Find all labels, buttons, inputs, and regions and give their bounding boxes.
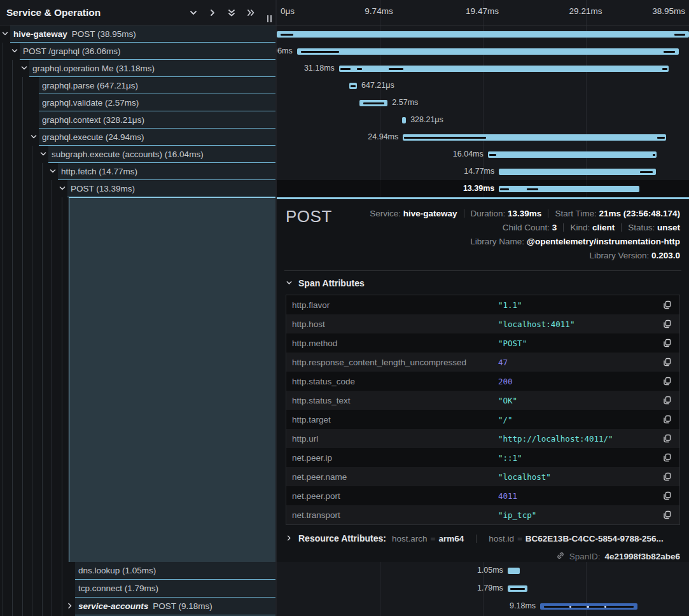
copy-icon[interactable]: [655, 415, 679, 424]
span-row-graphql-validate[interactable]: graphql.validate (2.57ms) 2.57ms: [0, 94, 689, 111]
meta-value: 3: [552, 223, 557, 232]
span-row-graphql-parse[interactable]: graphql.parse (647.21μs) 647.21μs: [0, 77, 689, 94]
meta-value: unset: [657, 223, 680, 232]
duration-label: 31.18ms: [304, 64, 335, 73]
chevron-down-icon[interactable]: [39, 150, 47, 158]
attr-value: 200: [498, 377, 513, 386]
attr-row: net.peer.name"localhost": [286, 467, 679, 486]
span-row-graphql-execute[interactable]: graphql.execute (24.94ms) 24.94ms: [0, 129, 689, 146]
collapse-all-icon[interactable]: [227, 8, 236, 17]
span-row-http-fetch[interactable]: http.fetch (14.77ms) 14.77ms: [0, 163, 689, 180]
span-bar[interactable]: 328.21μs: [402, 117, 406, 123]
resource-value: BC62E13B-C4CC-5854-9788-256...: [525, 534, 664, 543]
timeline-ruler: 0μs 9.74ms 19.47ms 29.21ms 38.95ms: [275, 0, 689, 25]
attr-key: net.peer.ip: [286, 453, 498, 463]
span-label: graphql.context (328.21μs): [42, 115, 144, 125]
span-bar[interactable]: [277, 31, 689, 38]
span-label: POST /graphql (36.06ms): [23, 46, 121, 56]
chevron-down-icon[interactable]: [30, 133, 38, 141]
copy-icon[interactable]: [655, 396, 679, 405]
meta-label: Library Version:: [589, 251, 649, 260]
copy-icon[interactable]: [655, 472, 679, 481]
chevron-down-icon[interactable]: [49, 167, 57, 175]
attr-key: http.flavor: [286, 300, 498, 310]
span-bar[interactable]: 14.77ms: [499, 169, 655, 175]
copy-icon[interactable]: [655, 377, 679, 386]
tree-guide-line: [52, 180, 52, 616]
expand-all-icon[interactable]: [246, 8, 255, 17]
span-row-service-accounts-post[interactable]: service-accounts POST (9.18ms) 9.18ms: [0, 598, 689, 615]
span-bar[interactable]: 9.18ms: [540, 603, 637, 610]
attr-row: net.peer.port4011: [286, 486, 679, 505]
span-bar[interactable]: 16.04ms: [488, 151, 657, 158]
tree-guide-line: [32, 146, 32, 616]
copy-icon[interactable]: [655, 358, 679, 367]
attr-row: net.peer.ip"::1": [286, 448, 679, 467]
copy-icon[interactable]: [655, 453, 679, 462]
span-row-post-graphql[interactable]: POST /graphql (36.06ms) 36.06ms: [0, 43, 689, 60]
service-name: hive-gateway: [13, 29, 67, 39]
span-row-graphql-context[interactable]: graphql.context (328.21μs) 328.21μs: [0, 111, 689, 129]
attr-value: "ip_tcp": [498, 510, 536, 520]
span-row-post-selected[interactable]: POST (13.39ms) 13.39ms: [0, 180, 689, 197]
span-bar[interactable]: 1.79ms: [508, 585, 527, 592]
chevron-down-icon[interactable]: [1, 30, 9, 38]
span-attributes-table: http.flavor"1.1" http.host"localhost:401…: [286, 295, 680, 525]
column-resize-handle[interactable]: [267, 15, 272, 22]
span-row-graphql-operation[interactable]: graphql.operation Me (31.18ms) 31.18ms: [0, 60, 689, 77]
span-row-tcp-connect[interactable]: tcp.connect (1.79ms) 1.79ms: [0, 580, 689, 598]
chevron-right-icon[interactable]: [66, 602, 74, 610]
span-bar[interactable]: 647.21μs: [349, 83, 357, 89]
span-label: graphql.parse (647.21μs): [42, 81, 138, 90]
attr-row: http.url"http://localhost:4011/": [286, 429, 679, 448]
attr-row: http.target"/": [286, 410, 679, 429]
copy-icon[interactable]: [655, 510, 679, 519]
meta-value: 0.203.0: [651, 251, 680, 260]
meta-value: @opentelemetry/instrumentation-http: [527, 237, 680, 246]
link-icon[interactable]: [556, 551, 565, 562]
attr-value: "::1": [498, 453, 522, 463]
meta-label: Duration:: [471, 209, 506, 218]
tick-label: 38.95ms: [652, 6, 685, 16]
tree-header: Service & Operation: [0, 0, 275, 25]
span-row-subgraph-execute[interactable]: subgraph.execute (accounts) (16.04ms) 16…: [0, 146, 689, 163]
chevron-down-icon[interactable]: [59, 185, 66, 192]
copy-icon[interactable]: [655, 434, 679, 443]
copy-icon[interactable]: [655, 300, 679, 309]
detail-header: POST Service: hive-gatewayDuration: 13.3…: [277, 199, 689, 265]
expand-one-icon[interactable]: [208, 8, 217, 17]
span-label: POST (9.18ms): [153, 601, 212, 611]
meta-label: Start Time:: [555, 209, 596, 218]
chevron-down-icon[interactable]: [11, 47, 18, 55]
span-bar[interactable]: 1.05ms: [508, 568, 520, 574]
span-row-hive-gateway-post[interactable]: hive-gateway POST (38.95ms): [0, 25, 689, 43]
detail-divider: [284, 270, 681, 271]
chevron-down-icon[interactable]: [20, 64, 28, 72]
attr-row: http.flavor"1.1": [286, 295, 679, 314]
attr-key: http.method: [286, 339, 498, 348]
attr-row: http.method"POST": [286, 333, 679, 353]
attr-key: net.peer.name: [286, 472, 498, 482]
span-bar[interactable]: 31.18ms: [339, 66, 669, 72]
span-bar[interactable]: 36.06ms: [297, 48, 679, 55]
section-label: Span Attributes: [298, 278, 365, 288]
span-id-value: 4e21998f3b82abe6: [604, 552, 680, 561]
span-detail-panel: POST Service: hive-gatewayDuration: 13.3…: [277, 197, 689, 562]
span-bar[interactable]: 13.39ms: [499, 186, 639, 192]
copy-icon[interactable]: [655, 339, 679, 347]
span-row-dns-lookup[interactable]: dns.lookup (1.05ms) 1.05ms: [0, 562, 689, 580]
copy-icon[interactable]: [655, 319, 679, 328]
attr-row: http.status_text"OK": [286, 391, 679, 410]
duration-label: 24.94ms: [368, 132, 398, 141]
detail-indent-panel: [69, 197, 275, 562]
copy-icon[interactable]: [655, 491, 679, 500]
span-bar[interactable]: 2.57ms: [359, 100, 387, 106]
service-name: service-accounts: [78, 601, 148, 611]
span-bar[interactable]: 24.94ms: [403, 134, 666, 141]
attr-key: http.status_code: [286, 377, 498, 386]
span-label: POST (38.95ms): [72, 29, 136, 39]
collapse-one-icon[interactable]: [189, 8, 198, 17]
duration-label: 16.04ms: [453, 150, 484, 158]
resource-attributes-toggle[interactable]: Resource Attributes: host.arch=arm64 hos…: [277, 525, 689, 543]
span-attributes-toggle[interactable]: Span Attributes: [277, 277, 689, 295]
